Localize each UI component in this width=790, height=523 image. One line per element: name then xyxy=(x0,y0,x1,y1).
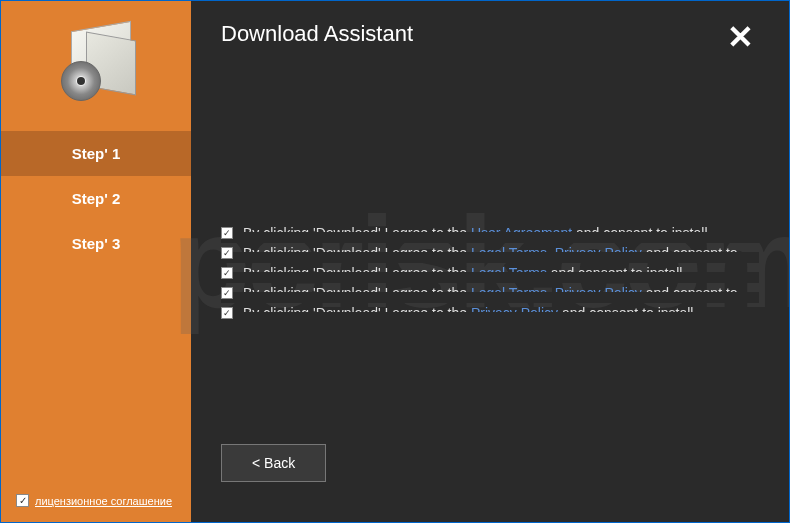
step-3[interactable]: Step' 3 xyxy=(1,221,191,266)
agreement-suffix: and consent to install xyxy=(576,225,708,241)
step-1[interactable]: Step' 1 xyxy=(1,131,191,176)
agreement-checkbox[interactable]: ✓ xyxy=(221,247,233,259)
agreement-suffix: and consent to install xyxy=(551,265,683,281)
back-button[interactable]: < Back xyxy=(221,444,326,482)
user-agreement-link[interactable]: User Agreement xyxy=(471,225,572,241)
agreement-suffix: and consent to install xyxy=(562,305,694,321)
agreement-checkbox[interactable]: ✓ xyxy=(221,307,233,319)
agreement-prefix: By clicking 'Download' I agree to the xyxy=(243,225,467,241)
legal-terms-link[interactable]: Legal Terms xyxy=(471,245,547,261)
agreement-row: ✓ By clicking 'Download' I agree to the … xyxy=(221,283,759,303)
privacy-policy-link[interactable]: Privacy Policy xyxy=(555,285,642,301)
agreement-row: ✓ By clicking 'Download' I agree to the … xyxy=(221,243,759,263)
agreement-prefix: By clicking 'Download' I agree to the xyxy=(243,305,467,321)
license-checkbox[interactable]: ✓ xyxy=(16,494,29,507)
privacy-policy-link[interactable]: Privacy Policy xyxy=(555,245,642,261)
page-title: Download Assistant xyxy=(221,21,413,47)
license-link[interactable]: лицензионное соглашение xyxy=(35,495,172,507)
agreement-prefix: By clicking 'Download' I agree to the xyxy=(243,245,467,261)
close-icon[interactable]: ✕ xyxy=(722,21,759,53)
agreement-checkbox[interactable]: ✓ xyxy=(221,287,233,299)
agreement-checkbox[interactable]: ✓ xyxy=(221,267,233,279)
license-footer: ✓ лицензионное соглашение xyxy=(16,494,172,507)
installer-icon xyxy=(51,21,141,101)
sidebar: Step' 1 Step' 2 Step' 3 ✓ лицензионное с… xyxy=(1,1,191,522)
agreement-row: ✓ By clicking 'Download' I agree to the … xyxy=(221,263,759,283)
agreement-suffix: and consent to xyxy=(646,245,738,261)
privacy-policy-link[interactable]: Privacy Policy xyxy=(471,305,558,321)
header: Download Assistant ✕ xyxy=(221,21,759,53)
legal-terms-link[interactable]: Legal Terms xyxy=(471,265,547,281)
agreement-row: ✓ By clicking 'Download' I agree to the … xyxy=(221,223,759,243)
legal-terms-link[interactable]: Legal Terms xyxy=(471,285,547,301)
agreement-suffix: and consent to xyxy=(646,285,738,301)
agreement-prefix: By clicking 'Download' I agree to the xyxy=(243,285,467,301)
main-panel: pcrisk.com Download Assistant ✕ ✓ By cli… xyxy=(191,1,789,522)
agreement-checkbox[interactable]: ✓ xyxy=(221,227,233,239)
step-2[interactable]: Step' 2 xyxy=(1,176,191,221)
agreements-list: ✓ By clicking 'Download' I agree to the … xyxy=(221,223,759,323)
agreement-row: ✓ By clicking 'Download' I agree to the … xyxy=(221,303,759,323)
agreement-prefix: By clicking 'Download' I agree to the xyxy=(243,265,467,281)
